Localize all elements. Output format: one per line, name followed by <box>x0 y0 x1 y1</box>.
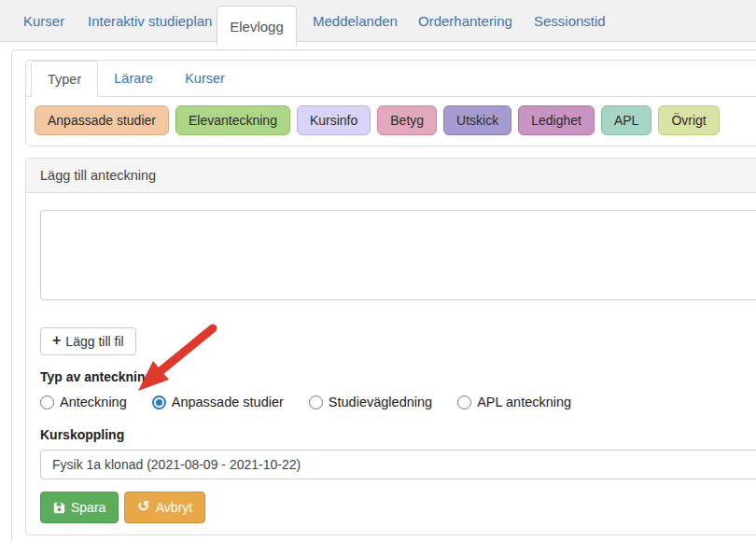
radio-anteckning[interactable]: Anteckning <box>40 395 127 409</box>
badge-betyg[interactable]: Betyg <box>377 105 437 135</box>
kurskoppling-select[interactable]: Fysik 1a klonad (2021-08-09 - 2021-10-22… <box>40 450 756 479</box>
badge-anpassade-studier[interactable]: Anpassade studier <box>35 105 169 135</box>
radio-circle[interactable] <box>40 395 54 409</box>
tab-orderhantering[interactable]: Orderhantering <box>418 0 512 42</box>
subtab-kurser[interactable]: Kurser <box>169 61 241 96</box>
subtab-typer[interactable]: Typer <box>31 61 98 97</box>
note-type-label: Typ av anteckning <box>40 369 756 384</box>
note-type-badge-row: Anpassade studier Elevanteckning Kursinf… <box>26 97 756 146</box>
badge-kursinfo[interactable]: Kursinfo <box>297 105 371 135</box>
radio-circle-checked[interactable] <box>152 395 166 409</box>
plus-icon: + <box>52 333 61 348</box>
add-file-button[interactable]: + Lägg till fil <box>40 327 136 355</box>
add-file-label: Lägg till fil <box>65 334 123 349</box>
badge-ledighet[interactable]: Ledighet <box>518 105 595 135</box>
radio-circle[interactable] <box>457 395 471 409</box>
action-buttons: Spara ↺ Avbryt <box>40 492 756 523</box>
badge-utskick[interactable]: Utskick <box>443 105 511 135</box>
note-type-radio-group: Anteckning Anpassade studier Studievägle… <box>40 395 756 409</box>
panel-body: + Lägg till fil Typ av anteckning Anteck… <box>26 193 756 534</box>
tab-kurser[interactable]: Kurser <box>23 0 64 42</box>
subtab-larare[interactable]: Lärare <box>98 61 169 96</box>
course-link-label: Kurskoppling <box>40 427 756 442</box>
undo-icon: ↺ <box>137 499 149 514</box>
note-textarea[interactable] <box>40 210 756 300</box>
tab-interaktiv-studieplan[interactable]: Interaktiv studieplan <box>88 0 212 42</box>
radio-circle[interactable] <box>309 395 323 409</box>
panel-title: Lägg till anteckning <box>26 159 756 193</box>
cancel-label: Avbryt <box>156 500 192 515</box>
badge-elevanteckning[interactable]: Elevanteckning <box>175 105 290 135</box>
main-tab-bar: Kurser Interaktiv studieplan Elevlogg Me… <box>0 0 756 42</box>
badge-apl[interactable]: APL <box>601 105 651 135</box>
elevlogg-tab-content: Typer Lärare Kurser Anpassade studier El… <box>11 49 756 541</box>
types-panel: Typer Lärare Kurser Anpassade studier El… <box>25 60 756 146</box>
sub-tab-bar: Typer Lärare Kurser <box>26 61 756 97</box>
cancel-button[interactable]: ↺ Avbryt <box>124 492 205 523</box>
add-note-panel: Lägg till anteckning + Lägg till fil Typ… <box>25 158 756 535</box>
tab-meddelanden[interactable]: Meddelanden <box>313 0 398 42</box>
tab-elevlogg[interactable]: Elevlogg <box>217 6 297 46</box>
save-floppy-icon <box>53 502 65 514</box>
radio-anpassade-studier[interactable]: Anpassade studier <box>152 395 284 409</box>
tab-sessionstid[interactable]: Sessionstid <box>534 0 606 42</box>
save-label: Spara <box>71 500 105 515</box>
page: Kurser Interaktiv studieplan Elevlogg Me… <box>0 0 756 541</box>
radio-apl-anteckning[interactable]: APL anteckning <box>457 395 571 409</box>
badge-ovrigt[interactable]: Övrigt <box>658 105 719 135</box>
radio-studievagledning[interactable]: Studievägledning <box>309 395 432 409</box>
save-button[interactable]: Spara <box>40 492 119 523</box>
